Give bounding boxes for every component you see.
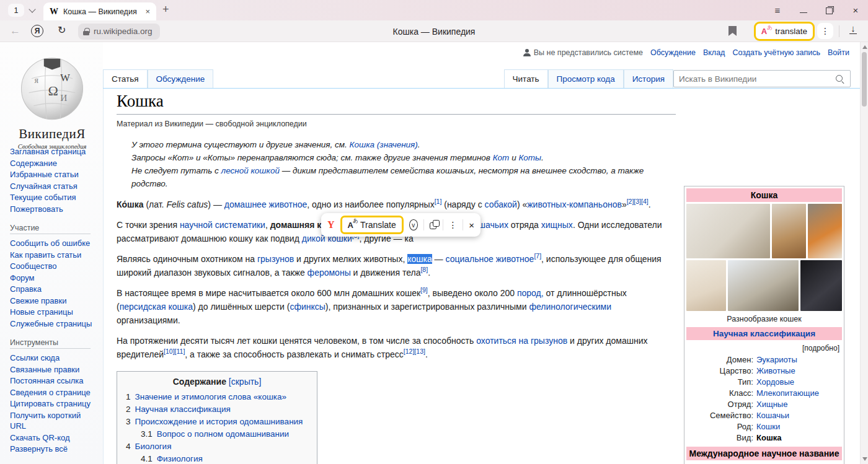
personal-link-contribs[interactable]: Вклад xyxy=(703,48,725,57)
toc-item[interactable]: 3Происхождение и история одомашнивания xyxy=(126,416,308,428)
sidebar-item[interactable]: Служебные страницы xyxy=(10,318,97,330)
wiki-search-box[interactable] xyxy=(673,70,851,87)
sidebar-item[interactable]: Форум xyxy=(10,273,97,284)
taxonomy-value[interactable]: Млекопитающие xyxy=(756,388,839,398)
sidebar-item[interactable]: Как править статьи xyxy=(10,250,97,261)
yandex-logo-icon[interactable]: Y xyxy=(327,219,335,230)
toc-item[interactable]: 4Биология xyxy=(126,440,308,453)
refresh-icon[interactable]: ↻ xyxy=(58,24,66,36)
tabs-chevron-down-icon[interactable] xyxy=(30,7,35,12)
sidebar-item[interactable]: Постоянная ссылка xyxy=(10,375,97,387)
toolbar-translate-button[interactable]: Aあ translate xyxy=(754,22,815,41)
wiki-link[interactable]: лесной кошкой xyxy=(221,166,280,175)
cat-photo-5[interactable] xyxy=(728,260,799,311)
taxonomy-value[interactable]: Кошки xyxy=(756,422,839,431)
menu-icon[interactable]: ≡ xyxy=(773,6,782,15)
copy-icon[interactable] xyxy=(430,220,437,230)
sidebar-item[interactable]: Текущие события xyxy=(10,192,97,203)
namespace-tab[interactable]: Обсуждение xyxy=(148,69,214,88)
sidebar-item[interactable]: Связанные правки xyxy=(10,364,97,375)
wiki-link[interactable]: Коты xyxy=(518,153,541,162)
wiki-link[interactable]: собакой xyxy=(485,199,517,209)
taxonomy-value[interactable]: Животные xyxy=(756,366,839,375)
circle-v-icon[interactable]: v xyxy=(409,219,418,230)
minimize-icon[interactable] xyxy=(799,6,808,15)
wiki-link[interactable]: домашнее животное xyxy=(224,199,307,209)
bookmark-icon[interactable] xyxy=(728,26,737,36)
wiki-link[interactable]: пород, xyxy=(517,288,544,298)
browser-tab[interactable]: W Кошка — Википедия × xyxy=(43,2,156,20)
sidebar-item[interactable]: Сообщество xyxy=(10,261,97,272)
wiki-link[interactable]: охотиться на грызунов xyxy=(476,336,567,346)
wiki-link[interactable]: [10][11] xyxy=(164,348,185,355)
taxonomy-value[interactable]: Хищные xyxy=(756,400,839,409)
view-tab[interactable]: История xyxy=(624,69,673,88)
personal-link-talk[interactable]: Обсуждение xyxy=(650,48,696,57)
toc-item[interactable]: 1Значение и этимология слова «кошка» xyxy=(126,391,308,403)
taxonomy-value[interactable]: Хордовые xyxy=(756,377,839,387)
personal-link-create-account[interactable]: Создать учётную запись xyxy=(732,48,820,57)
toc-item[interactable]: 4.1Физиология xyxy=(126,453,308,464)
cat-photo-4[interactable] xyxy=(686,260,726,311)
yandex-icon[interactable]: Я xyxy=(31,25,43,37)
wiki-link[interactable]: животных-компаньонов xyxy=(527,199,622,209)
details-link[interactable]: [подробно] xyxy=(686,342,842,355)
wiki-link[interactable]: [8] xyxy=(420,266,428,273)
view-tab[interactable]: Просмотр кода xyxy=(548,69,624,88)
sidebar-item[interactable]: Развернуть всё xyxy=(10,444,97,455)
namespace-tab[interactable]: Статья xyxy=(103,69,148,88)
taxonomy-value[interactable]: Эукариоты xyxy=(756,355,839,364)
tab-count-button[interactable]: 1 xyxy=(8,4,24,17)
back-icon[interactable]: ← xyxy=(10,25,20,37)
search-input[interactable] xyxy=(679,71,831,87)
wiki-link[interactable]: [7] xyxy=(534,252,541,260)
sidebar-item[interactable]: Новые страницы xyxy=(10,307,97,318)
sidebar-item[interactable]: Свежие правки xyxy=(10,295,97,307)
sidebar-item[interactable]: Пожертвовать xyxy=(10,204,97,215)
wiki-link[interactable]: научной систематики xyxy=(180,220,265,230)
popup-translate-button[interactable]: Aあ Translate xyxy=(340,216,404,234)
tab-close-icon[interactable]: × xyxy=(145,7,150,16)
taxonomy-value[interactable]: Кошачьи xyxy=(756,411,839,420)
url-chip[interactable]: ru.wikipedia.org xyxy=(78,24,160,40)
toc-item[interactable]: 2Научная классификация xyxy=(126,403,308,416)
new-tab-button[interactable]: + xyxy=(162,3,169,16)
wiki-link[interactable]: [9] xyxy=(420,286,428,294)
popup-more-icon[interactable]: ⋮ xyxy=(448,220,457,230)
cat-photo-6[interactable] xyxy=(800,260,842,311)
cat-photo-2[interactable] xyxy=(772,204,806,258)
wiki-link[interactable]: социальное животное xyxy=(446,254,534,264)
sidebar-item[interactable]: Сообщить об ошибке xyxy=(10,238,97,249)
wiki-link[interactable]: Кошка (значения) xyxy=(350,140,418,149)
search-icon[interactable] xyxy=(836,75,844,84)
wiki-link[interactable]: феромоны xyxy=(308,268,351,278)
sidebar-item[interactable]: Цитировать страницу xyxy=(10,398,97,409)
page-scrollbar[interactable] xyxy=(860,42,868,464)
sidebar-item[interactable]: Избранные статьи xyxy=(10,169,97,180)
toolbar-more-icon[interactable]: ⋮ xyxy=(817,23,833,39)
view-tab[interactable]: Читать xyxy=(504,69,548,88)
wiki-link[interactable]: Кот xyxy=(493,153,510,162)
wikipedia-globe-logo[interactable]: Ω W И я ВикипедиЯ Свободная энциклопедия xyxy=(16,53,88,150)
wiki-link[interactable]: [2][3][4] xyxy=(627,198,649,205)
sidebar-item[interactable]: Справка xyxy=(10,284,97,295)
wiki-link[interactable]: хищных xyxy=(541,220,573,230)
close-window-icon[interactable]: × xyxy=(851,6,861,15)
popup-close-icon[interactable]: × xyxy=(469,220,474,230)
scrollbar-thumb[interactable] xyxy=(862,52,867,107)
restore-icon[interactable] xyxy=(825,6,835,15)
wiki-link[interactable]: грызунов xyxy=(257,254,294,264)
personal-link-login[interactable]: Войти xyxy=(828,48,849,57)
sidebar-item[interactable]: Сведения о странице xyxy=(10,387,97,398)
toc-item[interactable]: 3.1Вопрос о полном одомашнивании xyxy=(126,428,308,440)
wiki-link[interactable]: [1] xyxy=(435,198,442,205)
sidebar-item[interactable]: Скачать QR-код xyxy=(10,432,97,444)
cat-photo-1[interactable] xyxy=(686,204,770,258)
sidebar-item[interactable]: Заглавная страница xyxy=(10,146,97,157)
toc-hide-link[interactable]: [скрыть] xyxy=(229,377,261,387)
cat-photo-3[interactable] xyxy=(808,204,842,258)
sidebar-item[interactable]: Случайная статья xyxy=(10,181,97,192)
wiki-link[interactable]: [12][13] xyxy=(404,348,425,355)
download-icon[interactable]: ↓ xyxy=(848,24,858,34)
sidebar-item[interactable]: Содержание xyxy=(10,158,97,169)
